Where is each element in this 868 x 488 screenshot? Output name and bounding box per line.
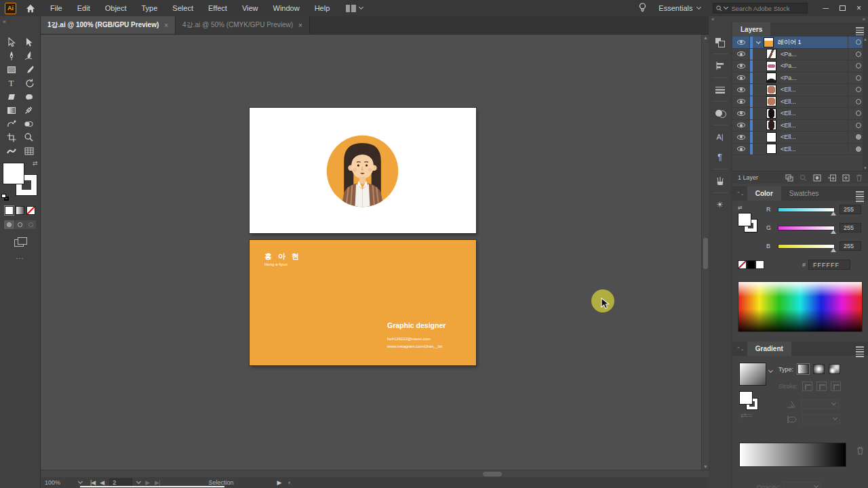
status-play-icon[interactable]: ▶ xyxy=(277,479,281,486)
shaper-tool[interactable] xyxy=(20,90,38,103)
layer-row[interactable]: <Pa... xyxy=(732,60,868,73)
layer-name[interactable]: <Ell... xyxy=(781,110,848,117)
target-icon[interactable] xyxy=(856,99,861,104)
tab-close-icon[interactable]: × xyxy=(298,22,302,29)
none-swatch[interactable] xyxy=(738,260,747,269)
layer-row[interactable]: <Ell... xyxy=(732,108,868,120)
visibility-toggle[interactable] xyxy=(732,49,750,60)
layers-scrollbar[interactable]: ▲▼ xyxy=(863,37,868,171)
symbols-panel-icon[interactable]: ☀ xyxy=(709,195,731,215)
scroll-down-icon[interactable]: ▼ xyxy=(703,464,708,469)
menu-edit[interactable]: Edit xyxy=(77,4,90,12)
search-input[interactable] xyxy=(731,5,799,12)
visibility-toggle[interactable] xyxy=(732,60,750,72)
layer-row[interactable]: 레이어 1 xyxy=(732,37,868,49)
fill-swatch[interactable] xyxy=(738,213,751,226)
document-tab-2[interactable]: 4강.ai @ 50% (CMYK/GPU Preview) × xyxy=(176,16,310,34)
document-tab-1[interactable]: 1강.ai @ 100% (RGB/GPU Preview) × xyxy=(41,16,176,34)
lightbulb-icon[interactable] xyxy=(639,3,646,14)
canvas-pasteboard[interactable]: 홍 아 현 Hong a hyun Graphic designer hoh12… xyxy=(41,35,709,470)
layer-name[interactable]: <Ell... xyxy=(781,146,848,152)
zoom-level[interactable]: 100% xyxy=(45,479,75,486)
libraries-panel-icon[interactable] xyxy=(709,171,731,191)
menu-object[interactable]: Object xyxy=(105,4,127,12)
draw-normal-mode-button[interactable] xyxy=(4,220,14,229)
visibility-toggle[interactable] xyxy=(732,96,750,108)
pathfinder-panel-icon[interactable] xyxy=(709,32,731,52)
card-name-korean[interactable]: 홍 아 현 xyxy=(264,251,301,262)
artboard-business-card[interactable]: 홍 아 현 Hong a hyun Graphic designer hoh12… xyxy=(250,240,476,365)
target-icon[interactable] xyxy=(856,134,861,140)
visibility-toggle[interactable] xyxy=(732,37,750,48)
artboard-dropdown-icon[interactable] xyxy=(136,479,141,484)
zoom-dropdown-icon[interactable] xyxy=(78,479,83,484)
tab-swatches[interactable]: Swatches xyxy=(781,186,827,201)
none-button[interactable] xyxy=(26,206,35,215)
fill-swatch[interactable] xyxy=(3,163,24,184)
layer-row[interactable]: <Ell... xyxy=(732,120,868,132)
app-logo-icon[interactable]: Ai xyxy=(5,3,16,14)
eraser-tool[interactable] xyxy=(3,90,20,103)
card-instagram[interactable]: www.instagram.com/chan__bit xyxy=(387,344,442,348)
home-icon[interactable] xyxy=(26,4,35,13)
adobe-stock-search[interactable] xyxy=(713,3,808,14)
menu-select[interactable]: Select xyxy=(172,4,193,12)
vertical-scroll-thumb[interactable] xyxy=(703,238,708,269)
arrange-documents-button[interactable] xyxy=(346,5,363,12)
collapse-icon[interactable]: ⌃⌄ xyxy=(736,191,745,197)
menu-effect[interactable]: Effect xyxy=(208,4,227,12)
scroll-up-icon[interactable]: ▲ xyxy=(703,35,708,40)
new-sublayer-icon[interactable] xyxy=(827,174,836,182)
menu-view[interactable]: View xyxy=(242,4,258,12)
workspace-switcher[interactable]: Essentials xyxy=(658,4,701,12)
target-icon[interactable] xyxy=(856,39,861,45)
visibility-toggle[interactable] xyxy=(732,144,750,155)
avatar-illustration[interactable] xyxy=(324,133,401,209)
tab-close-icon[interactable]: × xyxy=(164,22,168,29)
green-value-field[interactable]: 255 xyxy=(840,223,861,232)
radial-gradient-button[interactable] xyxy=(813,364,825,374)
tab-color[interactable]: Color xyxy=(747,186,781,201)
locate-object-icon[interactable] xyxy=(800,174,807,182)
menu-help[interactable]: Help xyxy=(315,4,330,12)
type-tool[interactable]: T xyxy=(3,77,20,89)
red-value-field[interactable]: 255 xyxy=(840,205,861,214)
layer-row[interactable]: <Ell... xyxy=(732,131,868,144)
prev-artboard-button[interactable]: ◀ xyxy=(100,479,104,486)
eyedropper-tool[interactable] xyxy=(20,104,38,117)
transparency-panel-icon[interactable] xyxy=(709,103,731,123)
hex-value-field[interactable]: FFFFFF xyxy=(808,260,850,270)
target-icon[interactable] xyxy=(856,75,861,81)
menu-file[interactable]: File xyxy=(50,4,62,12)
last-artboard-button[interactable]: ▶| xyxy=(155,479,159,486)
gradient-dropdown-icon[interactable] xyxy=(768,368,773,373)
draw-inside-mode-button[interactable] xyxy=(26,220,36,229)
target-icon[interactable] xyxy=(856,110,861,116)
rectangle-tool[interactable] xyxy=(3,63,20,76)
collect-for-export-icon[interactable] xyxy=(785,174,793,182)
color-spectrum-picker[interactable] xyxy=(738,281,863,332)
swap-fill-stroke-icon[interactable]: ⇄ xyxy=(738,205,743,211)
expand-chevron-icon[interactable] xyxy=(756,39,761,44)
delete-layer-icon[interactable] xyxy=(856,174,863,182)
color-button[interactable] xyxy=(5,206,14,215)
red-slider[interactable] xyxy=(778,207,835,212)
collapse-dock-icon[interactable]: « xyxy=(711,16,714,22)
white-swatch[interactable] xyxy=(755,260,764,269)
layer-name[interactable]: <Pa... xyxy=(781,51,848,58)
collapse-tools-icon[interactable]: « xyxy=(0,16,40,25)
new-layer-icon[interactable] xyxy=(842,174,850,182)
gradient-swatch[interactable] xyxy=(739,363,766,386)
horizontal-scroll-thumb[interactable] xyxy=(483,472,502,476)
black-swatch[interactable] xyxy=(747,260,755,269)
paintbrush-tool[interactable] xyxy=(20,63,38,76)
blue-value-field[interactable]: 255 xyxy=(840,241,861,251)
direct-selection-tool[interactable] xyxy=(20,36,38,49)
artboard-avatar[interactable] xyxy=(250,108,476,233)
card-role[interactable]: Graphic designer xyxy=(387,321,446,329)
layer-name[interactable]: <Ell... xyxy=(781,134,848,140)
rotate-tool[interactable] xyxy=(20,77,38,89)
draw-behind-mode-button[interactable] xyxy=(15,220,25,229)
menu-type[interactable]: Type xyxy=(142,4,158,12)
target-icon[interactable] xyxy=(856,87,861,92)
